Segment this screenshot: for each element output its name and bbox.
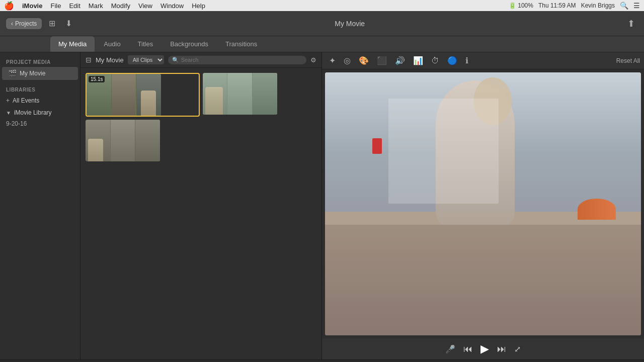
import-button[interactable]: ⊞ xyxy=(46,18,58,29)
timeline-header: 0:01 / 0:09 🔔 ━━●━━ Settings xyxy=(0,360,644,362)
menu-edit[interactable]: Edit xyxy=(69,2,80,10)
tab-my-media[interactable]: My Media xyxy=(50,36,95,52)
menubar-right: 🔋 100% Thu 11:59 AM Kevin Briggs 🔍 ☰ xyxy=(509,2,640,10)
preview-toolbar: ✦ ◎ 🎨 ⬛ 🔊 📊 ⏱ 🔵 ℹ Reset All xyxy=(322,52,644,69)
menu-mark[interactable]: Mark xyxy=(89,2,103,10)
search-input[interactable] xyxy=(181,57,302,63)
menubar-user: Kevin Briggs xyxy=(581,2,615,9)
download-button[interactable]: ⬇ xyxy=(62,18,75,29)
plus-icon: + xyxy=(6,97,10,104)
libraries-label: LIBRARIES xyxy=(0,85,80,95)
back-to-projects-button[interactable]: ‹ Projects xyxy=(6,18,42,29)
crop-tool[interactable]: ⬛ xyxy=(374,54,390,67)
projects-label: Projects xyxy=(15,20,37,27)
info-tool[interactable]: ℹ xyxy=(462,54,471,67)
menubar-icons: 🔋 100% xyxy=(509,2,533,9)
sidebar-item-imovie-library[interactable]: ▼ iMovie Library xyxy=(0,107,80,119)
speed-tool[interactable]: ⏱ xyxy=(428,55,442,67)
preview-video-area xyxy=(325,72,641,335)
panel-title: My Movie xyxy=(96,56,124,64)
color-balance-tool[interactable]: 🎨 xyxy=(356,54,372,67)
menu-window[interactable]: Window xyxy=(160,2,184,10)
timeline-area: 0:01 / 0:09 🔔 ━━●━━ Settings xyxy=(0,359,644,362)
project-media-label: PROJECT MEDIA xyxy=(0,57,80,67)
sidebar-item-all-events[interactable]: + All Events xyxy=(0,95,80,107)
noise-reduction-tool[interactable]: 🔵 xyxy=(444,54,460,67)
audio-eq-tool[interactable]: 📊 xyxy=(410,54,426,67)
microphone-button[interactable]: 🎤 xyxy=(445,344,455,354)
clip-thumbnail-2[interactable] xyxy=(203,73,317,117)
menu-file[interactable]: File xyxy=(50,2,61,10)
menubar-time: Thu 11:59 AM xyxy=(538,2,576,9)
skip-back-button[interactable]: ⏮ xyxy=(463,344,472,354)
toolbar: ‹ Projects ⊞ ⬇ My Movie ⬆ xyxy=(0,11,644,36)
audio-tool[interactable]: 🔊 xyxy=(392,54,408,67)
play-button[interactable]: ▶ xyxy=(480,342,489,355)
preview-panel: ✦ ◎ 🎨 ⬛ 🔊 📊 ⏱ 🔵 ℹ Reset All xyxy=(322,52,644,359)
all-events-label: All Events xyxy=(13,97,39,104)
media-panel: ⊟ My Movie All Clips 🔍 ⚙ xyxy=(80,52,322,359)
imovie-library-label: iMovie Library xyxy=(14,109,52,116)
clips-filter-select[interactable]: All Clips xyxy=(128,55,164,64)
menu-bar: 🍎 iMovie File Edit Mark Modify View Wind… xyxy=(0,0,644,11)
apple-menu[interactable]: 🍎 xyxy=(4,1,14,11)
search-box: 🔍 xyxy=(168,56,306,64)
tab-backgrounds[interactable]: Backgrounds xyxy=(162,36,216,52)
search-icon: 🔍 xyxy=(172,57,179,63)
triangle-icon: ▼ xyxy=(6,110,11,116)
sidebar-item-my-movie[interactable]: 🎬 My Movie xyxy=(2,67,78,80)
main-content: PROJECT MEDIA 🎬 My Movie LIBRARIES + All… xyxy=(0,52,644,359)
clip-duration-1: 15.1s xyxy=(89,76,105,82)
preview-controls: 🎤 ⏮ ▶ ⏭ ⤢ xyxy=(322,338,644,359)
share-button[interactable]: ⬆ xyxy=(624,17,638,30)
tab-audio[interactable]: Audio xyxy=(96,36,128,52)
list-icon[interactable]: ☰ xyxy=(633,2,640,10)
magic-wand-tool[interactable]: ✦ xyxy=(326,54,339,67)
clip-thumbnail-1[interactable]: 15.1s xyxy=(86,73,200,117)
movie-title: My Movie xyxy=(79,20,620,28)
reset-all-button[interactable]: Reset All xyxy=(616,57,640,64)
sidebar-item-date[interactable]: 9-20-16 xyxy=(0,119,80,129)
film-icon: 🎬 xyxy=(8,69,17,77)
color-correction-tool[interactable]: ◎ xyxy=(341,54,354,67)
search-menubar-icon[interactable]: 🔍 xyxy=(620,2,628,10)
clip-thumbnail-3[interactable] xyxy=(86,120,200,161)
my-movie-label: My Movie xyxy=(20,70,45,77)
menu-view[interactable]: View xyxy=(138,2,152,10)
tab-transitions[interactable]: Transitions xyxy=(217,36,265,52)
settings-gear-button[interactable]: ⚙ xyxy=(310,56,316,64)
menu-imovie[interactable]: iMovie xyxy=(22,2,42,10)
thumbnails-grid: 15.1s xyxy=(80,68,321,166)
sidebar: PROJECT MEDIA 🎬 My Movie LIBRARIES + All… xyxy=(0,52,80,359)
menu-modify[interactable]: Modify xyxy=(111,2,130,10)
tab-titles[interactable]: Titles xyxy=(130,36,162,52)
media-panel-header: ⊟ My Movie All Clips 🔍 ⚙ xyxy=(80,52,321,68)
fullscreen-button[interactable]: ⤢ xyxy=(514,344,521,354)
back-chevron-icon: ‹ xyxy=(11,20,13,27)
skip-forward-button[interactable]: ⏭ xyxy=(497,344,506,354)
content-nav: My Media Audio Titles Backgrounds Transi… xyxy=(0,36,644,52)
panel-layout-button[interactable]: ⊟ xyxy=(86,56,92,64)
menu-help[interactable]: Help xyxy=(192,2,205,10)
